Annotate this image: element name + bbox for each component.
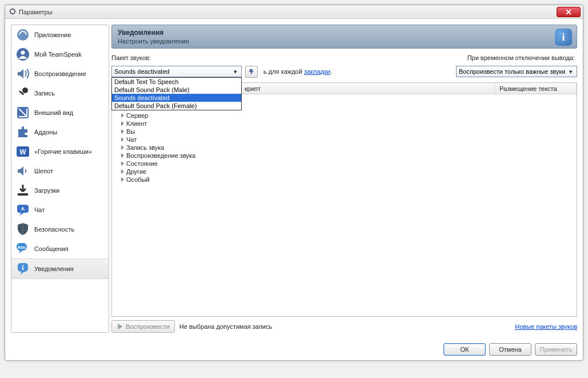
page-title: Уведомления bbox=[118, 29, 189, 37]
sidebar-item-12[interactable]: iУведомления bbox=[11, 258, 109, 279]
user-icon bbox=[15, 46, 31, 62]
addon-icon bbox=[15, 124, 31, 140]
new-soundpacks-link[interactable]: Новые пакеты звуков bbox=[515, 323, 577, 330]
caret-right-icon bbox=[121, 153, 124, 158]
output-mute-select[interactable]: Воспроизвести только важные звуки ▾ bbox=[456, 66, 577, 77]
titlebar: Параметры bbox=[5, 5, 583, 19]
chevron-down-icon: ▾ bbox=[231, 67, 239, 75]
playback-icon bbox=[15, 66, 31, 82]
svg-text:i: i bbox=[22, 263, 24, 272]
app-icon bbox=[15, 27, 31, 43]
sidebar-item-label: Мой TeamSpeak bbox=[34, 51, 82, 58]
selection-status: Не выбрана допустимая запись bbox=[179, 323, 272, 330]
output-mute-selected: Воспроизвести только важные звуки bbox=[459, 68, 565, 75]
soundpack-option[interactable]: Default Sound Pack (Female) bbox=[112, 102, 241, 110]
sidebar-item-label: «Горячие клавиши» bbox=[34, 148, 92, 155]
sidebar-item-label: Безопасность bbox=[34, 226, 74, 233]
tree-item[interactable]: Особый bbox=[112, 176, 577, 184]
svg-point-3 bbox=[21, 51, 25, 55]
window-title: Параметры bbox=[19, 9, 53, 15]
caret-right-icon bbox=[121, 121, 124, 126]
caret-right-icon bbox=[121, 177, 124, 182]
caret-right-icon bbox=[121, 145, 124, 150]
sidebar-item-label: Запись bbox=[34, 90, 55, 97]
play-button[interactable]: Воспроизвести bbox=[111, 320, 175, 333]
caret-right-icon bbox=[121, 161, 124, 166]
sidebar-item-10[interactable]: Безопасность bbox=[11, 220, 109, 239]
column-text-placement[interactable]: Размещение текста bbox=[495, 83, 577, 94]
sidebar-item-2[interactable]: Воспроизведение bbox=[11, 64, 109, 83]
sidebar-item-label: Аддоны bbox=[34, 129, 57, 136]
soundpack-selected: Sounds deactivated bbox=[114, 68, 170, 75]
sidebar-item-7[interactable]: Шепот bbox=[11, 161, 109, 181]
soundpack-option[interactable]: Default Sound Pack (Male) bbox=[112, 86, 241, 94]
sidebar-item-label: Приложение bbox=[34, 31, 71, 38]
soundpack-option[interactable]: Sounds deactivated bbox=[112, 94, 241, 102]
chevron-down-icon: ▾ bbox=[566, 67, 575, 75]
sidebar-item-label: Загрузки bbox=[34, 187, 59, 194]
caret-right-icon bbox=[121, 113, 124, 118]
sidebar-item-0[interactable]: Приложение bbox=[11, 25, 109, 45]
sidebar-item-1[interactable]: Мой TeamSpeak bbox=[11, 45, 109, 64]
sidebar-item-3[interactable]: Запись bbox=[11, 83, 109, 103]
tree-item[interactable]: Другие bbox=[112, 168, 577, 176]
sidebar-item-label: Сообщения bbox=[34, 245, 69, 252]
soundpack-option[interactable]: Default Text To Speech bbox=[112, 78, 241, 86]
ok-button[interactable]: ОК bbox=[443, 343, 486, 356]
caret-right-icon bbox=[121, 169, 124, 174]
tree-item[interactable]: Клиент bbox=[112, 120, 577, 128]
hotkey-icon: W bbox=[15, 144, 31, 160]
settings-icon bbox=[9, 7, 17, 17]
sidebar-item-4[interactable]: Внешний вид bbox=[11, 103, 109, 122]
sidebar-item-label: Уведомления bbox=[34, 265, 74, 272]
apply-button[interactable]: Применить bbox=[535, 343, 577, 356]
sidebar-item-9[interactable]: AЧат bbox=[11, 200, 109, 220]
shield-icon bbox=[15, 221, 31, 237]
page-subtitle: Настроить уведомления bbox=[118, 38, 189, 45]
output-mute-label: При временном отключении вывода: bbox=[467, 54, 575, 61]
notifications-icon: i bbox=[555, 29, 572, 46]
msg-icon: Abc bbox=[15, 241, 31, 257]
download-icon bbox=[15, 182, 31, 198]
notif-icon: i bbox=[15, 261, 31, 277]
sidebar-item-11[interactable]: AbcСообщения bbox=[11, 239, 109, 258]
tree-item[interactable]: Воспроизведение звука bbox=[112, 152, 577, 160]
sidebar-item-label: Чат bbox=[34, 206, 45, 213]
tree-item[interactable]: Запись звука bbox=[112, 144, 577, 152]
events-table: крипт Размещение текста ПодключениеКанал… bbox=[111, 82, 577, 317]
sidebar-item-label: Внешний вид bbox=[34, 109, 73, 116]
tree-item[interactable]: Сервер bbox=[112, 112, 577, 120]
sidebar-item-6[interactable]: W«Горячие клавиши» bbox=[11, 142, 109, 161]
svg-text:A: A bbox=[21, 206, 25, 212]
content-area: Уведомления Настроить уведомления i Паке… bbox=[111, 25, 577, 333]
sidebar-item-5[interactable]: Аддоны bbox=[11, 122, 109, 142]
caret-right-icon bbox=[121, 129, 124, 134]
sidebar-item-8[interactable]: Загрузки bbox=[11, 181, 109, 200]
apply-soundpack-button[interactable] bbox=[245, 66, 258, 78]
cancel-button[interactable]: Отмена bbox=[489, 343, 531, 356]
svg-rect-9 bbox=[18, 193, 28, 196]
close-button[interactable] bbox=[557, 7, 581, 17]
page-header: Уведомления Настроить уведомления i bbox=[111, 25, 577, 49]
svg-text:Abc: Abc bbox=[17, 245, 26, 250]
dialog-buttons: ОК Отмена Применить bbox=[5, 339, 583, 360]
svg-point-4 bbox=[22, 87, 28, 93]
sidebar-item-label: Воспроизведение bbox=[34, 70, 86, 77]
tree-item[interactable]: Чат bbox=[112, 136, 577, 144]
design-icon bbox=[15, 105, 31, 121]
sidebar-item-label: Шепот bbox=[34, 168, 53, 174]
info-line: ь для каждой закладки. bbox=[263, 68, 332, 75]
tree-item[interactable]: Вы bbox=[112, 128, 577, 136]
soundpack-select[interactable]: Sounds deactivated ▾ bbox=[111, 66, 242, 77]
svg-text:W: W bbox=[19, 148, 26, 156]
mic-icon bbox=[15, 85, 31, 101]
whisper-icon bbox=[15, 163, 31, 179]
tree-item[interactable]: Состояние bbox=[112, 160, 577, 168]
chat-icon: A bbox=[15, 202, 31, 218]
bookmark-link[interactable]: закладки bbox=[304, 68, 330, 75]
soundpack-dropdown[interactable]: Default Text To SpeechDefault Sound Pack… bbox=[111, 77, 242, 110]
caret-right-icon bbox=[121, 137, 124, 142]
sidebar: ПриложениеМой TeamSpeakВоспроизведениеЗа… bbox=[11, 25, 109, 333]
soundpack-label: Пакет звуков: bbox=[111, 54, 151, 61]
settings-window: Параметры ПриложениеМой TeamSpeakВоспрои… bbox=[5, 5, 583, 361]
